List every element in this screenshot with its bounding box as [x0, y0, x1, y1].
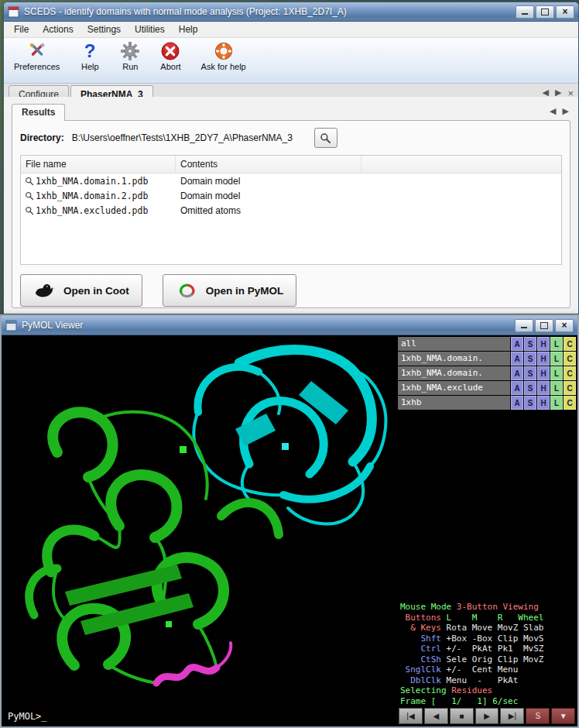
toolbar-label-run: Run: [122, 62, 138, 71]
file-name-cell: 1xhb_NMA.excluded.pdb: [36, 205, 176, 216]
file-name-cell: 1xhb_NMA.domain.2.pdb: [36, 191, 176, 201]
mouse-panel-line: Buttons L M R Wheel: [400, 613, 574, 623]
object-button-h[interactable]: H: [537, 337, 550, 351]
open-in-coot-button[interactable]: Open in Coot: [20, 274, 142, 307]
pymol-close-button[interactable]: ×: [555, 319, 574, 332]
vcr-play[interactable]: ▶: [475, 708, 499, 724]
object-button-s[interactable]: S: [524, 366, 536, 380]
molecule-viewport[interactable]: PyMOL>_: [3, 336, 398, 725]
sceds-content: Results ◀ ▶ Directory: B:\Users\oeffner\…: [4, 97, 578, 314]
object-button-c[interactable]: C: [564, 352, 576, 366]
sidebar-spacer: [398, 410, 576, 600]
toolbar-label-abort: Abort: [160, 62, 180, 71]
minimize-button[interactable]: [516, 5, 534, 19]
vcr-stop[interactable]: ■: [450, 708, 474, 724]
object-button-h[interactable]: H: [537, 381, 550, 395]
toolbar-label-preferences: Preferences: [14, 62, 60, 71]
pymol-minimize-button[interactable]: [515, 319, 533, 332]
object-button-c[interactable]: C: [564, 396, 576, 410]
vcr-rewind[interactable]: |◀: [399, 708, 423, 724]
open-in-pymol-button[interactable]: Open in PyMOL: [163, 274, 297, 307]
column-header-file-name[interactable]: File name: [21, 156, 176, 173]
vcr-step-back[interactable]: ◀: [424, 708, 448, 724]
object-name[interactable]: 1xhb_NMA.domain.: [398, 366, 510, 380]
close-button[interactable]: ×: [556, 5, 574, 19]
magnifier-icon: [23, 206, 36, 215]
mouse-panel-line: DblClk Menu - PkAt: [400, 675, 574, 686]
results-scroll-right-icon[interactable]: ▶: [563, 106, 569, 116]
object-button-l[interactable]: L: [550, 366, 563, 380]
mouse-panel-line: Frame [ 1/ 1] 6/sec: [400, 696, 574, 707]
vcr-fast-forward[interactable]: ▶|: [500, 708, 524, 724]
object-button-h[interactable]: H: [537, 396, 550, 410]
table-row[interactable]: 1xhb_NMA.domain.2.pdbDomain model: [21, 188, 561, 203]
toolbar-button-abort[interactable]: Abort: [155, 40, 186, 72]
pymol-window-icon: [5, 320, 17, 331]
object-button-l[interactable]: L: [550, 381, 563, 395]
menu-settings[interactable]: Settings: [81, 22, 128, 36]
vcr-scene[interactable]: S: [526, 708, 550, 724]
mouse-mode-panel[interactable]: Mouse Mode 3-Button Viewing Buttons L M …: [398, 600, 576, 707]
vcr-menu-down[interactable]: ▼: [551, 708, 575, 724]
toolbar-button-ask-for-help[interactable]: Ask for help: [196, 40, 252, 72]
object-button-s[interactable]: S: [524, 337, 536, 351]
file-table: File name Contents 1xhb_NMA.domain.1.pdb…: [20, 155, 562, 265]
object-button-h[interactable]: H: [537, 366, 550, 380]
pymol-maximize-button[interactable]: [535, 319, 553, 332]
object-button-s[interactable]: S: [524, 381, 536, 395]
object-name[interactable]: all: [398, 337, 510, 351]
object-button-h[interactable]: H: [537, 352, 550, 366]
object-button-l[interactable]: L: [550, 337, 563, 351]
magnifier-icon: [23, 177, 36, 186]
sceds-window: SCEDS - identify domains with normal mod…: [3, 2, 579, 314]
maximize-button[interactable]: [536, 5, 554, 19]
minimize-icon: [522, 13, 528, 15]
object-button-c[interactable]: C: [564, 381, 576, 395]
pymol-sidebar: allASHLC1xhb_NMA.domain.ASHLC1xhb_NMA.do…: [398, 336, 576, 725]
object-button-a[interactable]: A: [511, 366, 523, 380]
menu-file[interactable]: File: [7, 22, 36, 36]
tab-results[interactable]: Results: [12, 104, 65, 121]
command-prompt[interactable]: PyMOL>_: [8, 711, 47, 722]
object-button-a[interactable]: A: [511, 337, 523, 351]
object-name[interactable]: 1xhb_NMA.domain.: [398, 352, 510, 366]
object-button-a[interactable]: A: [511, 381, 523, 395]
result-tabs: Results: [12, 103, 65, 120]
object-button-l[interactable]: L: [550, 352, 563, 366]
directory-label: Directory:: [20, 132, 64, 143]
mouse-panel-line: Mouse Mode 3-Button Viewing: [400, 602, 574, 613]
mouse-panel-line: SnglClk +/- Cent Menu: [400, 664, 574, 675]
object-button-s[interactable]: S: [524, 396, 536, 410]
table-row[interactable]: 1xhb_NMA.excluded.pdbOmitted atoms: [21, 203, 561, 218]
object-name[interactable]: 1xhb_NMA.exclude: [398, 381, 510, 395]
column-header-contents[interactable]: Contents: [176, 156, 361, 173]
directory-row: Directory: B:\Users\oeffner\Tests\1XHB_2…: [20, 128, 562, 148]
object-button-l[interactable]: L: [550, 396, 563, 410]
menu-help[interactable]: Help: [172, 22, 205, 36]
toolbar-button-help[interactable]: ?Help: [74, 40, 105, 72]
object-name[interactable]: 1xhb: [398, 396, 510, 410]
open-in-coot-label: Open in Coot: [63, 285, 129, 297]
pymol-body: PyMOL>_ allASHLC1xhb_NMA.domain.ASHLC1xh…: [3, 336, 576, 725]
table-row[interactable]: 1xhb_NMA.domain.1.pdbDomain model: [21, 173, 561, 188]
menu-bar: FileActionsSettingsUtilitiesHelp: [4, 22, 578, 38]
pymol-titlebar[interactable]: PyMOL Viewer ×: [2, 316, 577, 335]
browse-directory-button[interactable]: [314, 128, 337, 148]
toolbar-button-preferences[interactable]: Preferences: [9, 40, 65, 72]
sceds-titlebar[interactable]: SCEDS - identify domains with normal mod…: [4, 2, 578, 22]
object-button-a[interactable]: A: [511, 352, 523, 366]
close-icon: ×: [561, 321, 567, 330]
object-button-c[interactable]: C: [564, 366, 576, 380]
results-scroll-left-icon[interactable]: ◀: [550, 106, 556, 116]
object-button-s[interactable]: S: [524, 352, 536, 366]
toolbar-button-run[interactable]: Run: [115, 40, 146, 72]
mouse-panel-line: Shft +Box -Box Clip MovS: [400, 634, 574, 644]
column-header-empty: [361, 156, 561, 173]
mouse-panel-line: Selecting Residues: [400, 685, 574, 696]
window-title: SCEDS - identify domains with normal mod…: [24, 6, 511, 17]
menu-utilities[interactable]: Utilities: [128, 22, 172, 36]
preferences-icon: [27, 41, 47, 61]
object-button-a[interactable]: A: [511, 396, 523, 410]
menu-actions[interactable]: Actions: [36, 22, 80, 36]
object-button-c[interactable]: C: [564, 337, 576, 351]
